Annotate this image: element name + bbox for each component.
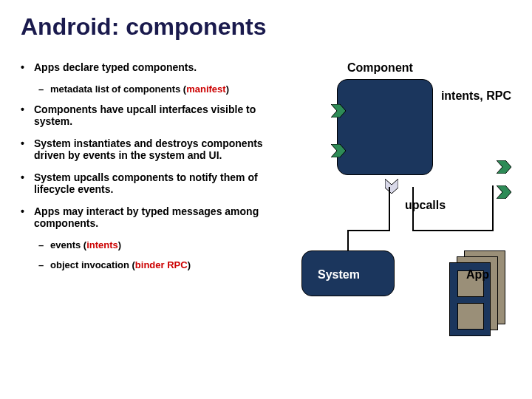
manifest-keyword: manifest	[186, 83, 225, 95]
sub-text-post: )	[226, 83, 229, 95]
bullet-1-sub-1-text: metadata list of components (manifest)	[50, 83, 294, 95]
dash-icon: –	[38, 239, 50, 250]
svg-marker-2	[385, 179, 398, 194]
connector-line	[347, 230, 390, 231]
connector-line	[412, 187, 414, 231]
chevron-right-icon	[331, 104, 346, 117]
svg-marker-3	[497, 160, 511, 174]
bullet-dot-icon: •	[21, 103, 34, 127]
bullet-dot-icon: •	[21, 171, 34, 195]
connector-line	[412, 230, 494, 231]
dash-icon: –	[38, 259, 50, 270]
bullet-5-sub-1: – events (intents)	[38, 239, 294, 250]
svg-marker-4	[497, 185, 511, 199]
diagram: Component intents, RPC upcalls	[294, 61, 511, 372]
chevron-down-icon	[385, 179, 398, 194]
sub-text-pre: metadata list of components (	[50, 83, 186, 95]
bullet-5-sub-1-text: events (intents)	[50, 239, 294, 250]
bullet-1-text: Apps declare typed components.	[34, 61, 294, 73]
component-label: Component	[347, 61, 413, 75]
connector-line	[492, 185, 494, 231]
app-slot	[457, 303, 484, 330]
binder-rpc-keyword: binder RPC	[135, 259, 188, 270]
bullet-dot-icon: •	[21, 61, 34, 73]
bullet-1-sub-1: – metadata list of components (manifest)	[38, 83, 294, 95]
bullet-1: • Apps declare typed components.	[21, 61, 294, 73]
intents-keyword: intents	[86, 239, 118, 250]
sub-text-pre: object invocation (	[50, 259, 135, 270]
bullet-5: • Apps may interact by typed messages am…	[21, 205, 294, 229]
connector-line	[347, 230, 349, 250]
svg-marker-1	[331, 144, 346, 157]
chevron-right-icon	[331, 144, 346, 157]
svg-marker-0	[331, 104, 346, 117]
chevron-right-icon	[497, 185, 511, 199]
bullet-5-sub-2: – object invocation (binder RPC)	[38, 259, 294, 270]
bullet-4: • System upcalls components to notify th…	[21, 171, 294, 195]
bullet-2-text: Components have upcall interfaces visibl…	[34, 103, 294, 127]
slide-content: • Apps declare typed components. – metad…	[21, 61, 511, 372]
bullet-dot-icon: •	[21, 137, 34, 161]
connector-line	[389, 187, 390, 231]
sub-text-post: )	[188, 259, 191, 270]
dash-icon: –	[38, 83, 50, 95]
app-label: App	[466, 268, 489, 282]
bullet-2: • Components have upcall interfaces visi…	[21, 103, 294, 127]
slide-title: Android: components	[21, 13, 511, 41]
bullet-list: • Apps declare typed components. – metad…	[21, 61, 294, 372]
upcalls-label: upcalls	[405, 199, 446, 212]
bullet-5-sub-2-text: object invocation (binder RPC)	[50, 259, 294, 270]
bullet-5-text: Apps may interact by typed messages amon…	[34, 205, 294, 229]
bullet-dot-icon: •	[21, 205, 34, 229]
intents-rpc-label: intents, RPC	[441, 89, 511, 103]
app-stack	[448, 250, 507, 339]
system-label: System	[318, 268, 360, 282]
bullet-3-text: System instantiates and destroys compone…	[34, 137, 294, 161]
bullet-3: • System instantiates and destroys compo…	[21, 137, 294, 161]
chevron-right-icon	[497, 160, 511, 174]
component-box	[337, 79, 433, 175]
sub-text-post: )	[118, 239, 121, 250]
bullet-4-text: System upcalls components to notify them…	[34, 171, 294, 195]
sub-text-pre: events (	[50, 239, 86, 250]
